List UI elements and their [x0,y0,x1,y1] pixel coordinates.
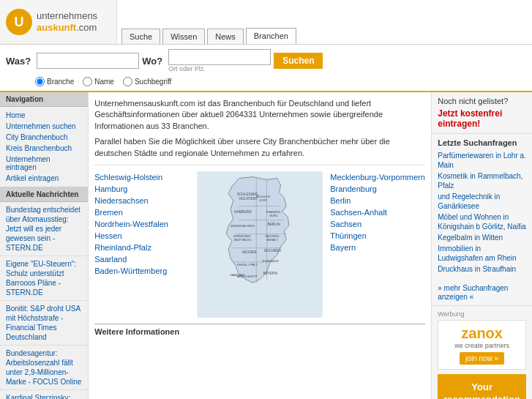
svg-text:NIEDERSACHSEN: NIEDERSACHSEN [231,225,255,228]
link-sachsen[interactable]: Sachsen [330,218,425,230]
intro-text: Unternehmensauskunft.com ist das Branche… [94,98,425,165]
zanox-logo: zanox [443,325,521,342]
nav-home[interactable]: Home [0,110,88,121]
logo-text2: auskunft [37,22,76,33]
link-saarland[interactable]: Saarland [94,253,190,265]
svg-text:HESSEN: HESSEN [242,250,257,254]
zanox-ad: zanox we create partners join now » [438,320,526,370]
link-bayern[interactable]: Bayern [330,242,425,253]
nav-artikel-eintragen[interactable]: Artikel eintragen [0,173,88,184]
link-hamburg[interactable]: Hamburg [94,183,190,195]
svg-text:RHEINL.-PFALZ: RHEINL.-PFALZ [237,264,258,266]
news-item-2[interactable]: Bonitit: S&P droht USA mit Höchststrafe … [0,301,88,346]
nav-title: Navigation [0,92,88,107]
svg-text:HAMBURG: HAMBURG [234,210,252,214]
recommendation-line1: Your recommendation [443,381,520,399]
further-info: Weitere Informationen [94,324,425,336]
left-sidebar: Navigation Home Unternehmen suchen City … [0,92,89,399]
main-area: Navigation Home Unternehmen suchen City … [0,92,532,399]
option-suchbegriff[interactable]: Suchbegriff [123,77,171,86]
svg-text:NORDRHEIN-: NORDRHEIN- [233,235,252,238]
link-hessen[interactable]: Hessen [94,230,190,242]
werbung-label: Werbung [438,310,526,318]
was-input[interactable] [37,53,139,69]
link-bremen[interactable]: Bremen [94,206,190,218]
tab-branchen[interactable]: Branchen [246,28,296,44]
nav-unternehmen-eintragen[interactable]: Unternehmen eintragen [0,154,88,173]
tab-news[interactable]: News [207,29,244,44]
link-brandenburg[interactable]: Brandenburg [330,183,425,195]
nav-unternehmen-suchen[interactable]: Unternehmen suchen [0,121,88,132]
link-mecklenburg-vorpommern[interactable]: Mecklenburg-Vorpommern [330,171,425,183]
search-query-3[interactable]: Möbel und Wohnen in Königshain b Görlitz… [438,212,526,232]
logo-icon: U [6,9,32,35]
svg-text:SACHSEN-: SACHSEN- [266,235,280,238]
search-query-0[interactable]: Parfümeriewaren in Lohr a. Main [438,150,526,171]
logo-area: U unternehmens auskunft.com [0,0,117,44]
svg-text:VORP.: VORP. [259,199,267,202]
nav-tabs: Suche Wissen News Branchen [117,0,532,44]
not-listed-section: Noch nicht gelistet? Jetzt kostenfrei ei… [432,92,532,134]
map-section: Schleswig-Holstein Hamburg Niedersachsen… [94,171,425,318]
nav-section: Navigation Home Unternehmen suchen City … [0,92,88,187]
recommendation-box: Your recommendation is worth money [438,374,526,399]
main-content: Unternehmensauskunft.com ist das Branche… [89,92,431,399]
link-niedersachsen[interactable]: Niedersachsen [94,195,190,206]
search-query-6[interactable]: Druckhaus in Straufhain [438,264,526,275]
wo-label: Wo? [142,56,162,67]
search-query-1[interactable]: Kosmetik in Rammelbach, Pfalz [438,171,526,191]
link-sachsen-anhalt[interactable]: Sachsen-Anhalt [330,206,425,218]
svg-text:BERLIN: BERLIN [268,223,281,226]
last-searches-title: Letzte Suchanfragen [438,138,526,147]
news-item-4[interactable]: Kardinal Sterzinsky: Ehemaliger Berliner… [0,390,88,399]
tab-wissen[interactable]: Wissen [162,29,205,44]
search-button[interactable]: Suchen [274,53,323,69]
news-item-1[interactable]: Eigene "EU-Steuern": Schulz unterstützt … [0,256,88,301]
news-section: Aktuelle Nachrichten Bundestag entscheid… [0,187,88,399]
svg-text:BRANDEN-: BRANDEN- [266,211,282,214]
nav-city-branchenbuch[interactable]: City Branchenbuch [0,132,88,143]
search-query-4[interactable]: Kegelbalm in Witten [438,232,526,243]
news-item-0[interactable]: Bundestag entscheidet über Atomausstieg:… [0,202,88,256]
cta-link[interactable]: Jetzt kostenfrei eintragen! [438,108,502,129]
logo-text1: unternehmens [37,10,97,21]
not-listed-text: Noch nicht gelistet? [438,97,526,105]
more-searches-link[interactable]: » mehr Suchanfragen anzeigen « [438,284,508,301]
option-branche[interactable]: Branche [35,77,74,86]
svg-text:BAYERN: BAYERN [263,272,278,275]
svg-text:SACHSEN: SACHSEN [264,248,282,252]
svg-text:WESTFALEN: WESTFALEN [234,239,251,242]
zanox-tagline: we create partners [443,342,521,349]
news-item-3[interactable]: Bundesagentur: Arbeitslosenzahl fällt un… [0,346,88,390]
link-thueringen[interactable]: Thüringen [330,230,425,242]
option-name[interactable]: Name [83,77,114,86]
map-right-links: Mecklenburg-Vorpommern Brandenburg Berli… [330,171,425,318]
svg-text:BADEN-WÜRTT.: BADEN-WÜRTT. [237,275,258,278]
werbung-section: Werbung zanox we create partners join no… [432,306,532,399]
logo-tld: .com [76,22,97,33]
search-query-5[interactable]: Immobilien in Ludwigshafen am Rhein [438,243,526,264]
was-label: Was? [6,56,31,67]
zanox-join-button[interactable]: join now » [460,352,504,365]
wo-input[interactable] [168,49,271,65]
search-options: Branche Name Suchbegriff [6,77,526,86]
svg-text:THÜRINGEN: THÜRINGEN [262,260,279,263]
link-berlin[interactable]: Berlin [330,195,425,206]
germany-map-container: SCHLESWIG- HOLSTEIN MECKLEN. VORP. HAMBU… [194,171,326,318]
svg-text:BURG: BURG [270,215,278,217]
link-nordrhein-westfalen[interactable]: Nordrhein-Westfalen [94,218,190,230]
nav-kreis-branchenbuch[interactable]: Kreis Branchenbuch [0,143,88,154]
last-searches-section: Letzte Suchanfragen Parfümeriewaren in L… [432,134,532,306]
map-left-links: Schleswig-Holstein Hamburg Niedersachsen… [94,171,190,318]
nav-items: Home Unternehmen suchen City Branchenbuc… [0,107,88,187]
ort-hint: Ort oder Plz. [168,65,271,72]
link-rheinland-pfalz[interactable]: Rheinland-Pfalz [94,242,190,253]
tab-suche[interactable]: Suche [121,29,160,44]
germany-map: SCHLESWIG- HOLSTEIN MECKLEN. VORP. HAMBU… [194,171,326,318]
link-baden-wuerttemberg[interactable]: Baden-Württemberg [94,265,190,277]
news-title: Aktuelle Nachrichten [0,187,88,202]
link-schleswig-holstein[interactable]: Schleswig-Holstein [94,171,190,183]
search-bar: Was? Wo? Ort oder Plz. Suchen Branche Na… [0,45,532,92]
search-query-2[interactable]: und Regelechnik in Ganärkiesee [438,191,526,212]
svg-text:MECKLEN.: MECKLEN. [256,195,270,198]
